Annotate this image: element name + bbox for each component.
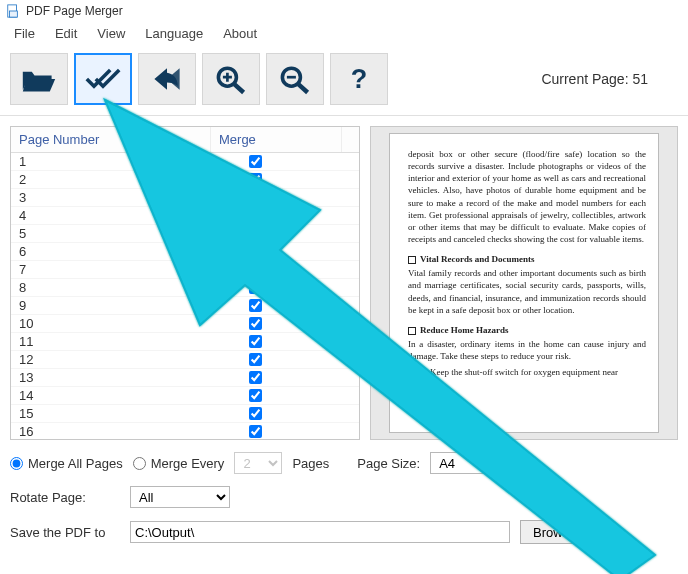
merge-checkbox[interactable] [249,299,262,312]
undo-button[interactable] [138,53,196,105]
list-body[interactable]: 12345678910111213141516 [11,153,359,439]
svg-rect-1 [10,11,18,17]
toolbar: ? Current Page: 51 [0,49,688,116]
rotate-page-label: Rotate Page: [10,490,120,505]
save-path-input[interactable] [130,521,510,543]
column-header-gap [341,127,359,152]
zoom-out-button[interactable] [266,53,324,105]
question-icon: ? [341,63,377,95]
merge-checkbox[interactable] [249,335,262,348]
page-number-cell: 5 [11,226,211,241]
merge-checkbox[interactable] [249,371,262,384]
merge-checkbox[interactable] [249,245,262,258]
table-row[interactable]: 9 [11,297,359,315]
page-number-cell: 7 [11,262,211,277]
table-row[interactable]: 4 [11,207,359,225]
preview-paragraph: deposit box or other secure (flood/fire … [408,148,646,245]
page-number-cell: 10 [11,316,211,331]
preview-list: Keep the shut-off switch for oxygen equi… [430,366,646,378]
list-header: Page Number Merge [11,127,359,153]
double-arrow-left-icon [149,63,185,95]
menu-language[interactable]: Language [145,26,203,41]
page-number-cell: 16 [11,424,211,439]
checkbox-icon [408,327,416,335]
zoom-in-button[interactable] [202,53,260,105]
check-all-button[interactable] [74,53,132,105]
page-number-cell: 2 [11,172,211,187]
zoom-in-icon [213,63,249,95]
merge-checkbox[interactable] [249,281,262,294]
folder-open-icon [21,63,57,95]
merge-checkbox[interactable] [249,353,262,366]
page-number-cell: 9 [11,298,211,313]
table-row[interactable]: 11 [11,333,359,351]
merge-checkbox[interactable] [249,263,262,276]
page-size-label: Page Size: [357,456,420,471]
page-number-cell: 14 [11,388,211,403]
merge-checkbox[interactable] [249,389,262,402]
document-preview: deposit box or other secure (flood/fire … [389,133,659,433]
menu-view[interactable]: View [97,26,125,41]
table-row[interactable]: 1 [11,153,359,171]
merge-checkbox[interactable] [249,173,262,186]
page-size-select[interactable]: A4 [430,452,530,474]
page-number-cell: 15 [11,406,211,421]
app-icon [6,4,20,18]
app-title: PDF Page Merger [26,4,123,18]
merge-checkbox[interactable] [249,317,262,330]
table-row[interactable]: 3 [11,189,359,207]
page-number-cell: 11 [11,334,211,349]
save-to-label: Save the PDF to [10,525,120,540]
merge-checkbox[interactable] [249,425,262,438]
table-row[interactable]: 8 [11,279,359,297]
menubar: File Edit View Language About [0,22,688,49]
table-row[interactable]: 5 [11,225,359,243]
column-header-number[interactable]: Page Number [11,127,211,152]
table-row[interactable]: 16 [11,423,359,439]
table-row[interactable]: 12 [11,351,359,369]
rotate-page-select[interactable]: All [130,486,230,508]
table-row[interactable]: 2 [11,171,359,189]
pages-label: Pages [292,456,329,471]
merge-every-count: 2 [234,452,282,474]
page-number-cell: 8 [11,280,211,295]
zoom-out-icon [277,63,313,95]
page-number-cell: 3 [11,190,211,205]
table-row[interactable]: 6 [11,243,359,261]
preview-paragraph: Vital family records and other important… [408,267,646,316]
menu-edit[interactable]: Edit [55,26,77,41]
merge-checkbox[interactable] [249,155,262,168]
table-row[interactable]: 15 [11,405,359,423]
preview-heading: Reduce Home Hazards [408,324,646,336]
column-header-merge[interactable]: Merge [211,127,341,152]
double-check-icon [85,63,121,95]
table-row[interactable]: 14 [11,387,359,405]
merge-checkbox[interactable] [249,191,262,204]
current-page-label: Current Page: 51 [541,71,648,87]
table-row[interactable]: 7 [11,261,359,279]
workarea: Page Number Merge 1234567891011121314151… [0,116,688,446]
titlebar: PDF Page Merger [0,0,688,22]
merge-every-radio[interactable]: Merge Every [133,456,225,471]
merge-checkbox[interactable] [249,209,262,222]
svg-text:?: ? [351,64,368,94]
menu-file[interactable]: File [14,26,35,41]
checkbox-icon [408,256,416,264]
browse-button[interactable]: Browse [520,520,589,544]
preview-panel: deposit box or other secure (flood/fire … [370,126,678,440]
preview-paragraph: In a disaster, ordinary items in the hom… [408,338,646,362]
page-number-cell: 1 [11,154,211,169]
help-button[interactable]: ? [330,53,388,105]
merge-checkbox[interactable] [249,407,262,420]
menu-about[interactable]: About [223,26,257,41]
table-row[interactable]: 13 [11,369,359,387]
merge-all-radio[interactable]: Merge All Pages [10,456,123,471]
page-list-panel: Page Number Merge 1234567891011121314151… [10,126,360,440]
table-row[interactable]: 10 [11,315,359,333]
page-number-cell: 6 [11,244,211,259]
open-button[interactable] [10,53,68,105]
page-number-cell: 13 [11,370,211,385]
merge-checkbox[interactable] [249,227,262,240]
preview-heading: Vital Records and Documents [408,253,646,265]
page-number-cell: 4 [11,208,211,223]
